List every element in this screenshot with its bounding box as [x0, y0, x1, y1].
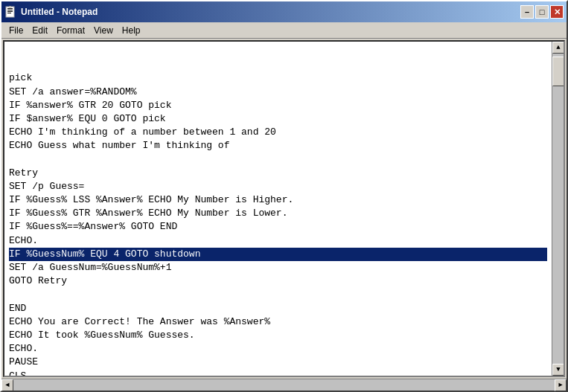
editor-line: GOTO Retry: [9, 274, 547, 288]
editor-line: IF %Guess% LSS %Answer% ECHO My Number i…: [9, 193, 547, 207]
scroll-down-button[interactable]: ▼: [552, 364, 564, 376]
editor-line: SET /a answer=%RANDOM%: [9, 86, 547, 99]
close-button[interactable]: ✕: [550, 5, 564, 19]
editor-line: ECHO.: [9, 234, 547, 248]
scroll-up-button[interactable]: ▲: [552, 42, 564, 54]
svg-rect-3: [7, 11, 13, 12]
menu-bar: File Edit Format View Help: [1, 22, 567, 39]
editor-line: CLS: [9, 370, 547, 376]
vertical-scrollbar[interactable]: ▲ ▼: [552, 42, 564, 376]
title-bar-buttons: – □ ✕: [520, 5, 564, 19]
notepad-icon: [4, 6, 16, 18]
editor-line: IF %answer% GTR 20 GOTO pick: [9, 99, 547, 112]
main-window: Untitled - Notepad – □ ✕ File Edit Forma…: [0, 0, 568, 392]
horizontal-scrollbar[interactable]: ◄ ►: [1, 379, 567, 391]
menu-edit[interactable]: Edit: [28, 24, 52, 37]
svg-rect-5: [9, 6, 11, 7]
menu-view[interactable]: View: [89, 24, 118, 37]
svg-rect-2: [7, 10, 13, 10]
editor-line: ECHO I'm thinking of a number between 1 …: [9, 126, 547, 139]
menu-help[interactable]: Help: [118, 24, 145, 37]
editor-line: IF %GuessNum% EQU 4 GOTO shutdown: [9, 248, 547, 261]
editor-line: [9, 288, 547, 301]
editor-line: IF %Guess%==%Answer% GOTO END: [9, 220, 547, 234]
scroll-left-button[interactable]: ◄: [1, 379, 13, 391]
svg-rect-4: [7, 13, 11, 13]
scroll-right-button[interactable]: ►: [555, 379, 567, 391]
menu-file[interactable]: File: [4, 24, 28, 37]
editor-line: Retry: [9, 167, 547, 180]
editor-line: ECHO.: [9, 342, 547, 356]
editor-line: ECHO It took %GuessNum% Guesses.: [9, 329, 547, 342]
scroll-h-track[interactable]: [13, 379, 555, 391]
editor-area[interactable]: pickSET /a answer=%RANDOM%IF %answer% GT…: [4, 42, 552, 376]
editor-line: [9, 153, 547, 167]
menu-format[interactable]: Format: [52, 24, 89, 37]
editor-line: ECHO You are Correct! The Answer was %An…: [9, 315, 547, 329]
restore-button[interactable]: □: [535, 5, 549, 19]
editor-container: pickSET /a answer=%RANDOM%IF %answer% GT…: [3, 40, 565, 377]
editor-line: SET /p Guess=: [9, 180, 547, 193]
editor-line: ECHO Guess what number I'm thinking of: [9, 139, 547, 152]
editor-line: IF $answer% EQU 0 GOTO pick: [9, 112, 547, 126]
editor-line: END: [9, 302, 547, 315]
editor-line: SET /a GuessNum=%GuessNum%+1: [9, 261, 547, 274]
scroll-track[interactable]: [552, 54, 564, 364]
minimize-button[interactable]: –: [520, 5, 534, 19]
svg-rect-1: [7, 8, 13, 9]
title-bar-left: Untitled - Notepad: [4, 6, 98, 18]
scroll-thumb[interactable]: [552, 57, 564, 86]
window-title: Untitled - Notepad: [21, 7, 98, 17]
title-bar: Untitled - Notepad – □ ✕: [1, 1, 567, 22]
editor-line: PAUSE: [9, 356, 547, 369]
editor-line: pick: [9, 71, 547, 85]
editor-line: IF %Guess% GTR %Answer% ECHO My Number i…: [9, 207, 547, 220]
